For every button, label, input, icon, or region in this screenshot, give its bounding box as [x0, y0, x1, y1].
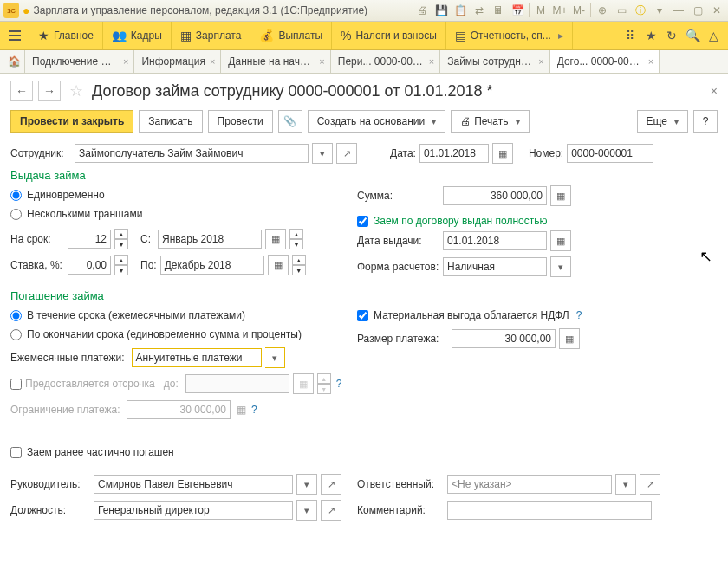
close-icon[interactable]: ×	[210, 56, 215, 67]
nav-back-button[interactable]: ←	[10, 81, 33, 101]
repay-during-radio[interactable]	[10, 310, 22, 321]
menu-zarplata[interactable]: ▦Зарплата	[172, 22, 251, 49]
close-icon[interactable]: ×	[538, 56, 543, 67]
payform-input[interactable]: Наличная	[443, 257, 547, 276]
close-icon[interactable]: ×	[429, 56, 434, 67]
create-based-button[interactable]: Создать на основании	[308, 110, 446, 133]
search-icon[interactable]: 🔍	[685, 29, 700, 42]
win-settings-icon[interactable]: ⊕	[595, 3, 610, 18]
help-icon[interactable]: ?	[576, 309, 582, 321]
number-input[interactable]: 0000-000001	[567, 144, 653, 163]
issue-date-input[interactable]: 01.01.2018	[443, 231, 547, 250]
from-month-input[interactable]: Январь 2018	[158, 230, 262, 249]
date-input[interactable]: 01.01.2018	[419, 144, 489, 163]
fully-paid-checkbox[interactable]	[357, 216, 368, 227]
dropdown-button[interactable]: ▾	[296, 500, 317, 521]
mem-mplus-icon[interactable]: М+	[552, 3, 568, 18]
defer-checkbox[interactable]	[10, 379, 22, 390]
history-icon[interactable]: ↻	[664, 29, 679, 42]
employee-input[interactable]: Займополучатель Займ Займович	[75, 144, 309, 163]
star2-icon[interactable]: ★	[643, 29, 659, 42]
head-input[interactable]: Смирнов Павел Евгеньевич	[94, 475, 293, 494]
apps-icon[interactable]: ⠿	[622, 29, 638, 42]
save-icon[interactable]: 💾	[433, 3, 449, 18]
pos-input[interactable]: Генеральный директор	[94, 501, 293, 520]
tab-item[interactable]: Займы сотрудник...×	[440, 50, 549, 73]
tab-item[interactable]: Данные на начал...×	[221, 50, 330, 73]
dd-icon[interactable]: ▾	[652, 3, 667, 18]
issue-tranches-radio[interactable]	[10, 209, 22, 220]
clipboard-icon[interactable]: 📋	[452, 3, 468, 18]
resp-input[interactable]: <Не указан>	[447, 475, 612, 494]
prev-paid-checkbox[interactable]	[10, 447, 22, 458]
compare-icon[interactable]: ⇄	[471, 3, 487, 18]
dropdown-button[interactable]: ▾	[265, 347, 285, 368]
fav-outline-icon[interactable]: ☆	[69, 81, 83, 100]
help-button[interactable]: ?	[693, 110, 718, 133]
close-icon[interactable]: ×	[648, 56, 653, 67]
dropdown-button[interactable]: ▾	[296, 474, 317, 495]
close-icon[interactable]: ×	[319, 56, 324, 67]
mem-mminus-icon[interactable]: М-	[571, 3, 587, 18]
menu-button-icon[interactable]	[0, 30, 29, 41]
tab-item[interactable]: Подключение Ин...×	[25, 50, 134, 73]
close-icon[interactable]: ×	[123, 56, 128, 67]
menu-otchet[interactable]: ▤Отчетность, сп...▸	[446, 22, 573, 49]
print-icon[interactable]: 🖨	[414, 3, 430, 18]
post-button[interactable]: Провести	[208, 110, 273, 133]
dropdown-button[interactable]: ▾	[550, 256, 571, 277]
help-icon[interactable]: ?	[251, 404, 257, 416]
page-close-icon[interactable]: ×	[711, 84, 718, 98]
rate-spinner[interactable]: ▲▼	[114, 255, 128, 275]
print-button[interactable]: 🖨Печать	[451, 110, 529, 133]
open-ref-button[interactable]: ↗	[321, 500, 341, 521]
benefit-checkbox[interactable]	[357, 310, 368, 321]
tab-item[interactable]: Пери... 0000-000009×	[331, 50, 440, 73]
menu-main[interactable]: ★Главное	[29, 22, 103, 49]
open-ref-button[interactable]: ↗	[321, 474, 341, 495]
open-ref-button[interactable]: ↗	[640, 474, 660, 495]
tab-item[interactable]: Информация×	[134, 50, 221, 73]
monthly-type-input[interactable]: Аннуитетные платежи	[132, 348, 262, 367]
dropdown-button[interactable]: ▾	[615, 474, 636, 495]
rate-input[interactable]: 0,00	[68, 256, 111, 275]
calendar-button[interactable]: ▦	[550, 230, 571, 251]
menu-nalogi[interactable]: %Налоги и взносы	[332, 22, 446, 49]
mem-m-icon[interactable]: М	[533, 3, 549, 18]
calendar-icon[interactable]: 📅	[510, 3, 525, 18]
window-minimize-icon[interactable]: —	[671, 3, 686, 18]
to-month-input[interactable]: Декабрь 2018	[160, 256, 264, 275]
record-button[interactable]: Записать	[139, 110, 202, 133]
tab-item-active[interactable]: Дого... 0000-000001×	[550, 50, 660, 73]
calc-button[interactable]: ▦	[550, 185, 571, 206]
calendar-button[interactable]: ▦	[268, 255, 289, 275]
home-tab-icon[interactable]: 🏠	[3, 50, 25, 73]
from-spinner[interactable]: ▲▼	[289, 229, 303, 249]
menu-kadry[interactable]: 👥Кадры	[103, 22, 172, 49]
open-ref-button[interactable]: ↗	[336, 143, 357, 164]
nav-fwd-button[interactable]: →	[38, 81, 61, 101]
help-icon[interactable]: ?	[336, 378, 342, 390]
to-spinner[interactable]: ▲▼	[292, 255, 306, 275]
repay-end-radio[interactable]	[10, 329, 22, 340]
term-input[interactable]: 12	[68, 230, 111, 249]
bell-icon[interactable]: △	[705, 29, 721, 42]
calendar-button[interactable]: ▦	[265, 229, 286, 249]
sum-input[interactable]: 360 000,00	[443, 186, 547, 205]
calc-icon[interactable]: 🖩	[491, 3, 506, 18]
more-button[interactable]: Еще	[637, 110, 688, 133]
info-icon[interactable]: ⓘ	[633, 3, 648, 18]
term-spinner[interactable]: ▲▼	[114, 229, 128, 249]
calc-button[interactable]: ▦	[559, 328, 580, 349]
window-restore-icon[interactable]: ▢	[690, 3, 705, 18]
comment-input[interactable]	[447, 501, 652, 520]
post-close-button[interactable]: Провести и закрыть	[10, 110, 133, 133]
dropdown-button[interactable]: ▾	[312, 143, 333, 164]
paysize-input[interactable]: 30 000,00	[452, 329, 556, 348]
nav-icon[interactable]: ▭	[614, 3, 629, 18]
calendar-button[interactable]: ▦	[492, 143, 513, 164]
issue-once-radio[interactable]	[10, 190, 22, 201]
window-close-icon[interactable]: ✕	[709, 3, 725, 18]
menu-vyplaty[interactable]: 💰Выплаты	[250, 22, 332, 49]
attach-button[interactable]: 📎	[278, 110, 302, 133]
